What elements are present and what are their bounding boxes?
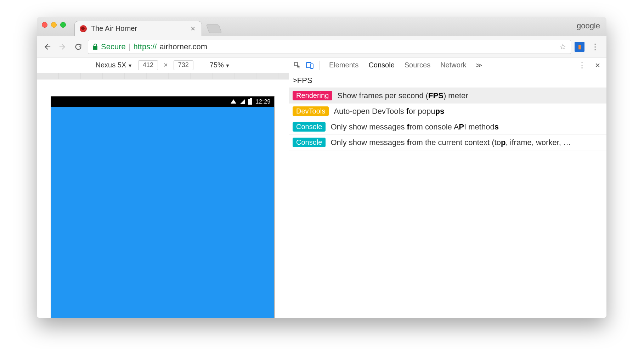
dim-separator: × [164,61,168,69]
titlebar: The Air Horner × google [37,17,606,36]
command-category-badge: DevTools [293,106,329,116]
chrome-menu-button[interactable]: ⋮ [588,42,602,52]
reload-icon [74,43,82,51]
emulated-viewport[interactable]: 12:29 [37,79,289,318]
lock-icon [92,44,98,50]
command-label: Show frames per second (FPS) meter [337,91,468,100]
inspect-element-button[interactable] [292,60,303,71]
tabs-overflow-button[interactable]: ≫ [474,61,485,69]
browser-tab[interactable]: The Air Horner × [74,21,202,36]
phone-frame: 12:29 [51,96,274,318]
window-close-button[interactable] [42,22,47,28]
tab-title: The Air Horner [91,24,185,33]
battery-icon [248,99,252,105]
device-mode-pane: Nexus 5X × 75% 12:29 [37,57,289,318]
new-tab-button[interactable] [206,24,222,33]
command-label: Only show messages from the current cont… [331,138,571,147]
arrow-left-icon [43,43,51,51]
devtools-menu-button[interactable]: ⋮ [575,61,589,70]
browser-window: The Air Horner × google Secure | https:/… [37,17,606,318]
device-height-input[interactable] [174,60,193,70]
command-menu-item[interactable]: DevToolsAuto-open DevTools for popups [289,104,606,119]
command-menu-item[interactable]: ConsoleOnly show messages from console A… [289,119,606,135]
back-button[interactable] [41,41,53,53]
url-host: airhorner.com [159,42,207,51]
omnibox[interactable]: Secure | https://airhorner.com ☆ [88,40,571,54]
command-menu-input[interactable]: >FPS [293,76,312,85]
devtools-tab-elements[interactable]: Elements [324,58,363,72]
devtools-tab-console[interactable]: Console [363,58,399,72]
android-status-bar: 12:29 [51,96,274,107]
command-category-badge: Rendering [293,91,332,100]
device-toolbar: Nexus 5X × 75% [37,57,289,73]
profile-label[interactable]: google [577,21,600,31]
device-mode-toggle[interactable] [305,60,315,71]
command-menu-item[interactable]: ConsoleOnly show messages from the curre… [289,135,606,150]
command-label: Only show messages from console API meth… [331,122,498,132]
command-category-badge: Console [293,138,326,147]
command-menu-input-row[interactable]: >FPS [289,73,606,88]
devtools-tabbar: ElementsConsoleSourcesNetwork ≫ ⋮ × [289,57,606,73]
lighthouse-extension-icon[interactable]: ▮ [575,42,584,52]
url-protocol: https:// [133,42,157,51]
arrow-right-icon [59,43,67,51]
inspect-icon [294,62,301,69]
devices-icon [306,62,314,69]
url-toolbar: Secure | https://airhorner.com ☆ ▮ ⋮ [37,36,606,57]
ruler [37,73,289,79]
content-split: Nexus 5X × 75% 12:29 [37,57,606,318]
divider [570,61,570,70]
device-width-input[interactable] [138,60,158,70]
forward-button[interactable] [57,41,69,53]
devtools-pane: ElementsConsoleSourcesNetwork ≫ ⋮ × >FPS… [289,57,606,318]
reload-button[interactable] [72,41,84,53]
svg-rect-1 [310,64,313,68]
window-controls [42,22,66,28]
devtools-tab-sources[interactable]: Sources [400,58,435,72]
window-zoom-button[interactable] [60,22,66,28]
secure-label: Secure [101,42,126,51]
tab-favicon [80,25,87,32]
command-category-badge: Console [293,122,326,132]
window-minimize-button[interactable] [51,22,57,28]
tab-close-button[interactable]: × [189,24,197,33]
command-menu-item[interactable]: RenderingShow frames per second (FPS) me… [289,88,606,104]
separator: | [129,42,131,51]
devtools-close-button[interactable]: × [592,60,604,70]
zoom-select[interactable]: 75% [210,61,230,69]
status-time: 12:29 [255,99,271,105]
devtools-tab-network[interactable]: Network [435,58,471,72]
cell-signal-icon [240,99,245,104]
wifi-icon [231,99,236,104]
device-select[interactable]: Nexus 5X [96,61,132,69]
bookmark-star-icon[interactable]: ☆ [559,42,566,51]
divider [320,61,320,70]
command-menu-list: RenderingShow frames per second (FPS) me… [289,88,606,150]
command-label: Auto-open DevTools for popups [334,107,444,116]
